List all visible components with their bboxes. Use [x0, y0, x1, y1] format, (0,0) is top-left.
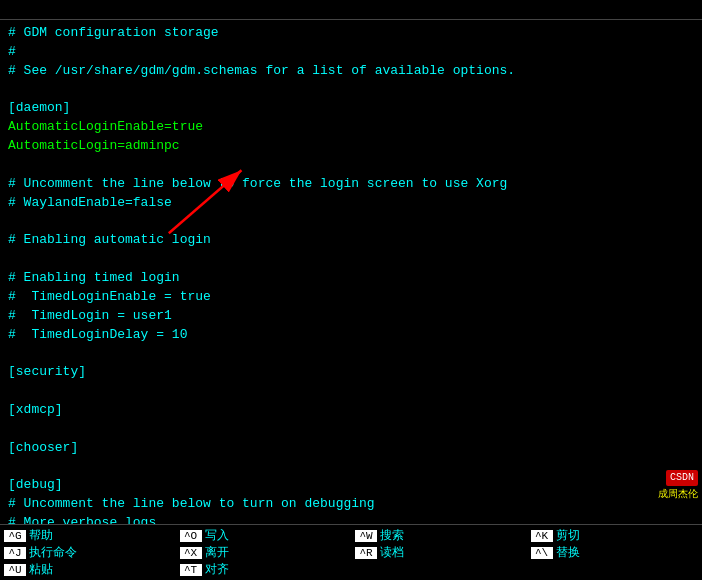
- footer-label-4: 执行命令: [29, 545, 77, 560]
- line-8: # Uncomment the line below to force the …: [8, 175, 694, 194]
- footer-key-3: ^K: [531, 530, 553, 542]
- footer-item-9[interactable]: ^U粘贴: [0, 561, 176, 578]
- footer-item-10[interactable]: ^T对齐: [176, 561, 352, 578]
- title-right: [684, 2, 692, 17]
- line-19: [8, 382, 694, 401]
- line-5: AutomaticLoginEnable=true: [8, 118, 694, 137]
- line-24: [debug]: [8, 476, 694, 495]
- line-11: # Enabling automatic login: [8, 231, 694, 250]
- footer-key-7: ^R: [355, 547, 377, 559]
- line-13: # Enabling timed login: [8, 269, 694, 288]
- footer-item-2[interactable]: ^W搜索: [351, 527, 527, 544]
- footer-label-9: 粘贴: [29, 562, 53, 577]
- footer-item-8[interactable]: ^\替换: [527, 544, 703, 561]
- footer-key-2: ^W: [355, 530, 377, 542]
- footer-label-3: 剪切: [556, 528, 580, 543]
- footer-label-7: 读档: [380, 545, 404, 560]
- footer-label-1: 写入: [205, 528, 229, 543]
- line-20: [xdmcp]: [8, 401, 694, 420]
- footer-key-0: ^G: [4, 530, 26, 542]
- line-3: [8, 81, 694, 100]
- footer-item-7[interactable]: ^R读档: [351, 544, 527, 561]
- content-area: # GDM configuration storage## See /usr/s…: [0, 20, 702, 524]
- footer: ^G帮助^O写入^W搜索^K剪切^J执行命令^X离开^R读档^\替换^U粘贴^T…: [0, 524, 702, 580]
- footer-key-6: ^X: [180, 547, 202, 559]
- line-26: # More verbose logs: [8, 514, 694, 524]
- line-23: [8, 457, 694, 476]
- footer-key-1: ^O: [180, 530, 202, 542]
- line-25: # Uncomment the line below to turn on de…: [8, 495, 694, 514]
- footer-key-4: ^J: [4, 547, 26, 559]
- footer-label-2: 搜索: [380, 528, 404, 543]
- line-6: AutomaticLogin=adminpc: [8, 137, 694, 156]
- lines-container: # GDM configuration storage## See /usr/s…: [8, 24, 694, 524]
- footer-item-6[interactable]: ^X离开: [176, 544, 352, 561]
- line-15: # TimedLogin = user1: [8, 307, 694, 326]
- line-7: [8, 156, 694, 175]
- line-16: # TimedLoginDelay = 10: [8, 326, 694, 345]
- line-21: [8, 420, 694, 439]
- footer-label-8: 替换: [556, 545, 580, 560]
- line-4: [daemon]: [8, 99, 694, 118]
- footer-item-4[interactable]: ^J执行命令: [0, 544, 176, 561]
- footer-item-3[interactable]: ^K剪切: [527, 527, 703, 544]
- line-18: [security]: [8, 363, 694, 382]
- line-10: [8, 212, 694, 231]
- footer-label-10: 对齐: [205, 562, 229, 577]
- csdn-badge: CSDN: [666, 470, 698, 487]
- line-12: [8, 250, 694, 269]
- terminal: # GDM configuration storage## See /usr/s…: [0, 0, 702, 580]
- title-bar: [0, 0, 702, 20]
- author-badge: 成周杰伦: [658, 488, 698, 503]
- line-17: [8, 344, 694, 363]
- line-22: [chooser]: [8, 439, 694, 458]
- footer-item-1[interactable]: ^O写入: [176, 527, 352, 544]
- line-0: # GDM configuration storage: [8, 24, 694, 43]
- footer-key-9: ^U: [4, 564, 26, 576]
- footer-key-8: ^\: [531, 547, 553, 559]
- footer-label-6: 离开: [205, 545, 229, 560]
- line-9: # WaylandEnable=false: [8, 194, 694, 213]
- footer-item-0[interactable]: ^G帮助: [0, 527, 176, 544]
- footer-label-0: 帮助: [29, 528, 53, 543]
- line-1: #: [8, 43, 694, 62]
- line-14: # TimedLoginEnable = true: [8, 288, 694, 307]
- footer-key-10: ^T: [180, 564, 202, 576]
- line-2: # See /usr/share/gdm/gdm.schemas for a l…: [8, 62, 694, 81]
